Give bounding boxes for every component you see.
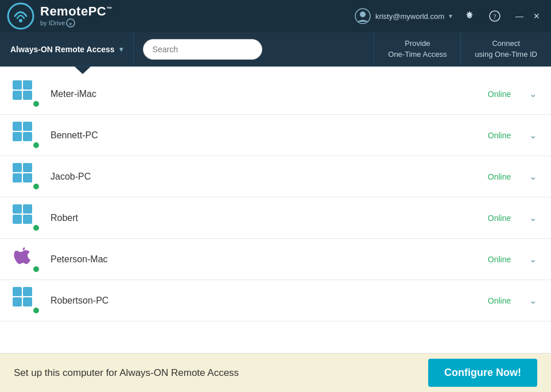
logo-area: RemotePC™ by IDrive e	[7, 2, 112, 30]
svg-point-1	[19, 19, 22, 22]
device-status-dot	[32, 100, 40, 108]
device-name: Robert	[51, 213, 482, 223]
device-name: Robertson-PC	[51, 296, 482, 306]
svg-rect-14	[23, 122, 32, 131]
search-input[interactable]	[143, 39, 262, 60]
device-row[interactable]: Meter-iMac Online ⌄	[0, 73, 551, 115]
device-icon-container	[11, 79, 41, 109]
device-expand-chevron[interactable]: ⌄	[526, 295, 540, 306]
windows-icon	[11, 286, 33, 308]
help-button[interactable]: ?	[487, 8, 503, 24]
svg-rect-9	[13, 80, 22, 90]
svg-rect-24	[23, 215, 32, 224]
device-status: Online	[482, 214, 517, 223]
help-icon: ?	[489, 10, 500, 22]
device-name: Peterson-Mac	[51, 254, 482, 265]
windows-icon	[11, 79, 33, 101]
connect-one-time-button[interactable]: Connect using One-Time ID	[460, 32, 551, 66]
device-icon-container	[11, 203, 41, 233]
svg-rect-17	[13, 163, 22, 172]
svg-rect-16	[23, 132, 32, 141]
windows-icon	[11, 162, 33, 184]
device-list: Meter-iMac Online ⌄ Bennett-PC Online ⌄ …	[0, 73, 551, 353]
device-row[interactable]: Jacob-PC Online ⌄	[0, 156, 551, 197]
gear-icon	[464, 10, 475, 22]
svg-rect-19	[13, 173, 22, 183]
apple-icon	[11, 244, 33, 266]
device-status: Online	[482, 296, 517, 305]
minimize-button[interactable]: —	[512, 9, 527, 24]
device-status-dot	[32, 224, 40, 232]
user-dropdown-arrow: ▾	[449, 12, 452, 20]
svg-rect-23	[13, 215, 22, 224]
title-bar: RemotePC™ by IDrive e kristy@myworld.com…	[0, 0, 551, 32]
svg-rect-26	[23, 287, 32, 296]
device-status-dot	[32, 141, 40, 149]
svg-rect-10	[23, 80, 32, 90]
title-bar-right: kristy@myworld.com ▾ ? — ✕	[355, 8, 544, 24]
configure-now-button[interactable]: Configure Now!	[428, 359, 537, 387]
device-name: Jacob-PC	[51, 172, 482, 182]
search-container	[134, 32, 271, 66]
remotepc-logo-icon	[7, 2, 34, 30]
device-icon-container	[11, 244, 41, 274]
close-button[interactable]: ✕	[529, 9, 544, 24]
device-expand-chevron[interactable]: ⌄	[526, 130, 540, 141]
device-expand-chevron[interactable]: ⌄	[526, 88, 540, 99]
access-dropdown-arrow: ▾	[119, 45, 123, 53]
provide-access-label: Provide One-Time Access	[388, 38, 447, 59]
user-avatar-icon	[355, 8, 371, 24]
bottom-bar: Set up this computer for Always-ON Remot…	[0, 353, 551, 392]
device-status: Online	[482, 90, 517, 99]
device-icon-container	[11, 121, 41, 150]
svg-rect-27	[13, 297, 22, 306]
device-expand-chevron[interactable]: ⌄	[526, 171, 540, 182]
svg-rect-18	[23, 163, 32, 172]
window-controls: — ✕	[512, 9, 544, 24]
svg-rect-28	[23, 297, 32, 306]
device-name: Bennett-PC	[51, 130, 482, 141]
device-expand-chevron[interactable]: ⌄	[526, 212, 540, 223]
windows-icon	[11, 121, 33, 142]
svg-rect-21	[13, 204, 22, 214]
windows-icon	[11, 203, 33, 225]
device-status: Online	[482, 255, 517, 264]
svg-point-5	[360, 11, 366, 17]
user-email: kristy@myworld.com	[375, 12, 444, 21]
user-menu[interactable]: kristy@myworld.com ▾	[355, 8, 452, 24]
svg-rect-12	[23, 91, 32, 100]
access-mode-label: Always-ON Remote Access	[10, 45, 115, 54]
settings-button[interactable]	[461, 8, 478, 24]
device-row[interactable]: Robert Online ⌄	[0, 197, 551, 239]
nav-bar: Always-ON Remote Access ▾ Provide One-Ti…	[0, 32, 551, 67]
svg-rect-15	[13, 132, 22, 141]
svg-text:e: e	[69, 21, 72, 26]
svg-rect-22	[23, 204, 32, 214]
device-expand-chevron[interactable]: ⌄	[526, 254, 540, 265]
connect-one-time-label: Connect using One-Time ID	[475, 38, 537, 59]
svg-rect-25	[13, 287, 22, 296]
svg-text:?: ?	[493, 13, 496, 21]
main-content: Meter-iMac Online ⌄ Bennett-PC Online ⌄ …	[0, 73, 551, 353]
nav-indicator	[0, 67, 551, 73]
device-row[interactable]: Peterson-Mac Online ⌄	[0, 239, 551, 280]
svg-rect-11	[13, 91, 22, 100]
device-name: Meter-iMac	[51, 89, 482, 99]
device-row[interactable]: Robertson-PC Online ⌄	[0, 280, 551, 321]
app-subtitle: by IDrive e	[40, 18, 112, 28]
nav-spacer	[271, 32, 374, 66]
app-title: RemotePC™	[40, 5, 112, 18]
svg-rect-13	[13, 122, 22, 131]
device-row[interactable]: Bennett-PC Online ⌄	[0, 115, 551, 156]
idrive-icon: e	[66, 18, 75, 28]
device-status-dot	[32, 265, 40, 273]
device-status-dot	[32, 183, 40, 191]
device-icon-container	[11, 162, 41, 192]
logo-text: RemotePC™ by IDrive e	[40, 5, 112, 28]
device-status: Online	[482, 131, 517, 140]
device-status: Online	[482, 172, 517, 181]
provide-access-button[interactable]: Provide One-Time Access	[374, 32, 460, 66]
device-status-dot	[32, 306, 40, 315]
svg-rect-20	[23, 173, 32, 183]
access-mode-dropdown[interactable]: Always-ON Remote Access ▾	[0, 32, 134, 66]
